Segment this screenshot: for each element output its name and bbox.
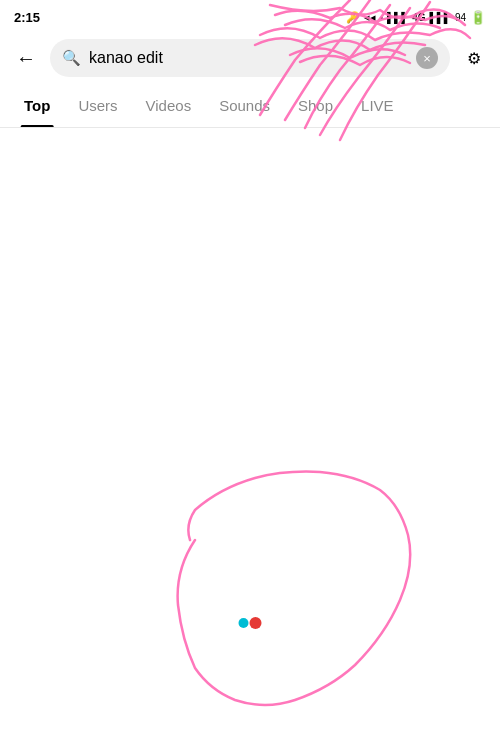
spinner-dot-red [250,617,262,629]
content-area [0,128,500,749]
back-arrow-icon: ← [16,47,36,70]
tab-videos[interactable]: Videos [132,84,206,128]
spinner-dot-cyan [239,618,249,628]
search-box[interactable]: 🔍 kanao edit × [50,39,450,77]
tabs-row: Top Users Videos Sounds Shop LIVE [0,84,500,128]
tab-top[interactable]: Top [10,84,64,128]
status-time: 2:15 [14,10,40,25]
signal-icon-2: ▌▌▌ [430,12,451,23]
send-icon: ◂◂ [364,11,376,24]
tab-shop[interactable]: Shop [284,84,347,128]
back-button[interactable]: ← [10,42,42,74]
filter-icon: ⚙ [467,49,481,68]
tab-live[interactable]: LIVE [347,84,408,128]
filter-button[interactable]: ⚙ [458,42,490,74]
battery-icon: 🔋 [470,10,486,25]
search-row: ← 🔍 kanao edit × ⚙ [0,32,500,84]
clear-button[interactable]: × [416,47,438,69]
clear-icon: × [423,51,431,66]
signal-icon: ▌▌▌ [387,12,408,23]
search-icon: 🔍 [62,49,81,67]
status-bar: 2:15 🔑 ◂◂ • ▌▌▌ 4G ▌▌▌ 94 🔋 [0,0,500,32]
tab-users[interactable]: Users [64,84,131,128]
network-label: 4G [412,12,425,23]
key-icon: 🔑 [346,11,360,24]
tab-sounds[interactable]: Sounds [205,84,284,128]
status-icons: 🔑 ◂◂ • ▌▌▌ 4G ▌▌▌ 94 🔋 [346,10,486,25]
loading-spinner [239,617,262,629]
battery-level: 94 [455,12,466,23]
dot-icon: • [380,13,383,22]
search-input[interactable]: kanao edit [89,49,408,67]
